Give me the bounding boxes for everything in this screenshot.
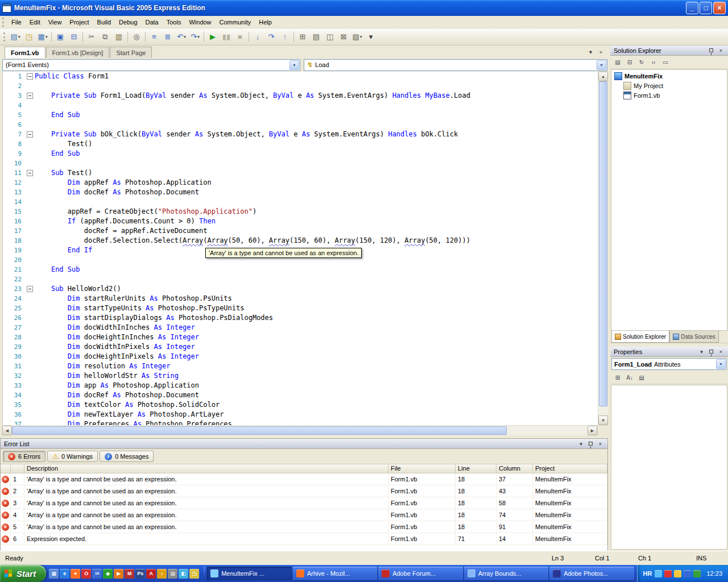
notepad-icon[interactable]: ▤ bbox=[168, 569, 177, 579]
taskbar-button-arhive-mozil[interactable]: Arhive - Mozil... bbox=[293, 567, 377, 580]
media-player-icon[interactable]: ▶ bbox=[114, 569, 123, 579]
horizontal-scrollbar[interactable]: ◀ ▶ bbox=[2, 425, 607, 435]
code-line-22[interactable]: 22 bbox=[3, 275, 598, 284]
pin-icon[interactable] bbox=[708, 47, 715, 54]
new-project-icon[interactable]: ▤▾ bbox=[9, 31, 22, 43]
code-line-9[interactable]: 9 End Sub bbox=[3, 149, 598, 159]
alphabetical-icon[interactable]: A↓ bbox=[624, 373, 635, 383]
photoshop-icon[interactable]: Ps bbox=[135, 569, 145, 579]
save-all-icon[interactable]: ⊟ bbox=[68, 31, 80, 43]
menu-item-file[interactable]: File bbox=[7, 17, 26, 27]
refresh-icon[interactable]: ↻ bbox=[636, 57, 647, 68]
clock[interactable]: 12:23 bbox=[706, 570, 722, 577]
step-into-icon[interactable]: ↓ bbox=[251, 31, 264, 43]
step-over-icon[interactable]: ↷ bbox=[265, 31, 278, 43]
code-line-21[interactable]: 21 End Sub bbox=[3, 265, 598, 275]
antivirus-tray-icon[interactable] bbox=[664, 570, 672, 577]
objects-dropdown[interactable]: (Form1 Events) ▼ bbox=[2, 59, 300, 71]
code-line-7[interactable]: 7 Private Sub bOk_Click(ByVal sender As … bbox=[3, 130, 598, 139]
categorized-icon[interactable]: ⊞ bbox=[613, 373, 623, 383]
warning-filter-button[interactable]: ⚠0 Warnings bbox=[47, 451, 98, 462]
code-line-30[interactable]: 30 Dim docHeightInPixels As Integer bbox=[3, 352, 598, 361]
save-icon[interactable]: ▣ bbox=[54, 31, 67, 43]
ie-icon[interactable]: e bbox=[60, 569, 69, 579]
menu-item-debug[interactable]: Debug bbox=[115, 17, 141, 27]
code-line-17[interactable]: 17 docRef = appRef.ActiveDocument bbox=[3, 226, 598, 236]
menu-item-community[interactable]: Community bbox=[216, 17, 255, 27]
code-line-2[interactable]: 2 bbox=[3, 81, 598, 91]
code-line-8[interactable]: 8 Test() bbox=[3, 139, 598, 149]
scroll-right-icon[interactable]: ▶ bbox=[588, 426, 597, 435]
vertical-scrollbar[interactable]: ▲ ▼ bbox=[598, 72, 607, 425]
minimize-button[interactable]: _ bbox=[686, 2, 698, 14]
code-line-26[interactable]: 26 Dim startDisplayDialogs As Photoshop.… bbox=[3, 313, 598, 323]
code-line-4[interactable]: 4 bbox=[3, 101, 598, 110]
mail-icon[interactable]: ✉ bbox=[92, 569, 102, 579]
code-line-11[interactable]: 11 Sub Test() bbox=[3, 168, 598, 178]
chevron-down-icon[interactable]: ▾ bbox=[360, 35, 362, 39]
error-row[interactable]: ×1'Array' is a type and cannot be used a… bbox=[1, 473, 607, 485]
paint-icon[interactable]: ◧ bbox=[179, 569, 188, 579]
paste-icon[interactable]: ▥ bbox=[113, 31, 125, 43]
property-pages-icon[interactable]: ▤ bbox=[636, 373, 647, 383]
close-button[interactable]: × bbox=[713, 2, 726, 14]
taskbar-button-array-bounds[interactable]: Array Bounds... bbox=[464, 567, 548, 580]
code-line-5[interactable]: 5 End Sub bbox=[3, 110, 598, 120]
show-desktop-icon[interactable]: ▦ bbox=[49, 569, 59, 579]
code-line-36[interactable]: 36 Dim newTextLayer As Photoshop.ArtLaye… bbox=[3, 410, 598, 419]
uncomment-icon[interactable]: ≣ bbox=[162, 31, 174, 43]
code-line-3[interactable]: 3 Private Sub Form1_Load(ByVal sender As… bbox=[3, 91, 598, 101]
error-row[interactable]: ×2'Array' is a type and cannot be used a… bbox=[1, 485, 607, 497]
opera-icon[interactable]: O bbox=[81, 569, 91, 579]
window-menu-chevron-icon[interactable]: ▾ bbox=[698, 348, 705, 355]
firefox-icon[interactable]: ● bbox=[71, 569, 80, 579]
fold-toggle-icon[interactable] bbox=[27, 73, 33, 80]
window-menu-chevron-icon[interactable]: ▾ bbox=[577, 440, 585, 447]
tab-form1-vb-design[interactable]: Form1.vb [Design] bbox=[46, 47, 110, 58]
menu-item-window[interactable]: Window bbox=[185, 17, 215, 27]
pin-icon[interactable] bbox=[587, 440, 594, 447]
tab-list-chevron-icon[interactable]: ▼ bbox=[586, 48, 595, 56]
object-browser-icon[interactable]: ◫ bbox=[324, 31, 336, 43]
start-debug-icon[interactable]: ▶ bbox=[206, 31, 219, 43]
chevron-down-icon[interactable]: ▾ bbox=[197, 35, 200, 39]
chevron-down-icon[interactable]: ▾ bbox=[184, 35, 186, 39]
menu-item-build[interactable]: Build bbox=[93, 17, 115, 27]
tree-item-form1-vb[interactable]: Form1.vb bbox=[613, 90, 726, 100]
toolbar-overflow-icon[interactable]: ▾ bbox=[365, 31, 377, 43]
language-indicator[interactable]: HR bbox=[643, 570, 652, 577]
toolbox-icon[interactable]: ⊠ bbox=[337, 31, 350, 43]
code-line-1[interactable]: 1Public Class Form1 bbox=[3, 72, 598, 81]
horizontal-scroll-track[interactable] bbox=[12, 426, 588, 435]
undo-icon[interactable]: ↶▾ bbox=[175, 31, 188, 43]
code-line-35[interactable]: 35 Dim textColor As Photoshop.SolidColor bbox=[3, 400, 598, 410]
other-windows-icon[interactable]: ▧▾ bbox=[351, 31, 363, 43]
tree-item-menuitemfix[interactable]: MenuItemFix bbox=[613, 71, 726, 81]
code-line-31[interactable]: 31 Dim resolution As Integer bbox=[3, 361, 598, 371]
pin-icon[interactable] bbox=[708, 348, 715, 355]
code-line-32[interactable]: 32 Dim helloWorldStr As String bbox=[3, 371, 598, 381]
close-document-icon[interactable]: × bbox=[597, 48, 605, 56]
start-button[interactable]: Start bbox=[0, 565, 46, 582]
scroll-down-icon[interactable]: ▼ bbox=[598, 415, 608, 425]
column-header-description[interactable]: Description bbox=[24, 464, 388, 473]
code-line-25[interactable]: 25 Dim startTypeUnits As Photoshop.PsTyp… bbox=[3, 304, 598, 313]
error-filter-button[interactable]: ×6 Errors bbox=[3, 451, 46, 462]
code-line-23[interactable]: 23 Sub HelloWorld2() bbox=[3, 284, 598, 294]
tab-start-page[interactable]: Start Page bbox=[110, 47, 152, 58]
code-line-37[interactable]: 37 Dim Preferences As Photoshop.Preferen… bbox=[3, 419, 598, 425]
tab-form1-vb[interactable]: Form1.vb bbox=[5, 47, 46, 58]
cut-icon[interactable]: ✂ bbox=[85, 31, 98, 43]
view-code-icon[interactable]: ‹› bbox=[648, 57, 659, 68]
view-designer-icon[interactable]: ▭ bbox=[660, 57, 671, 68]
fold-toggle-icon[interactable] bbox=[27, 170, 33, 176]
network-tray-icon[interactable] bbox=[655, 570, 662, 577]
menu-item-tools[interactable]: Tools bbox=[163, 17, 185, 27]
messenger-tray-icon[interactable] bbox=[693, 570, 701, 577]
menu-item-project[interactable]: Project bbox=[65, 17, 93, 27]
chevron-down-icon[interactable]: ▼ bbox=[597, 60, 606, 70]
explorer-icon[interactable]: ◳ bbox=[189, 569, 199, 579]
tree-item-my-project[interactable]: My Project bbox=[613, 81, 726, 90]
chevron-down-icon[interactable]: ▼ bbox=[289, 60, 299, 70]
messenger-icon[interactable]: ◆ bbox=[103, 569, 113, 579]
